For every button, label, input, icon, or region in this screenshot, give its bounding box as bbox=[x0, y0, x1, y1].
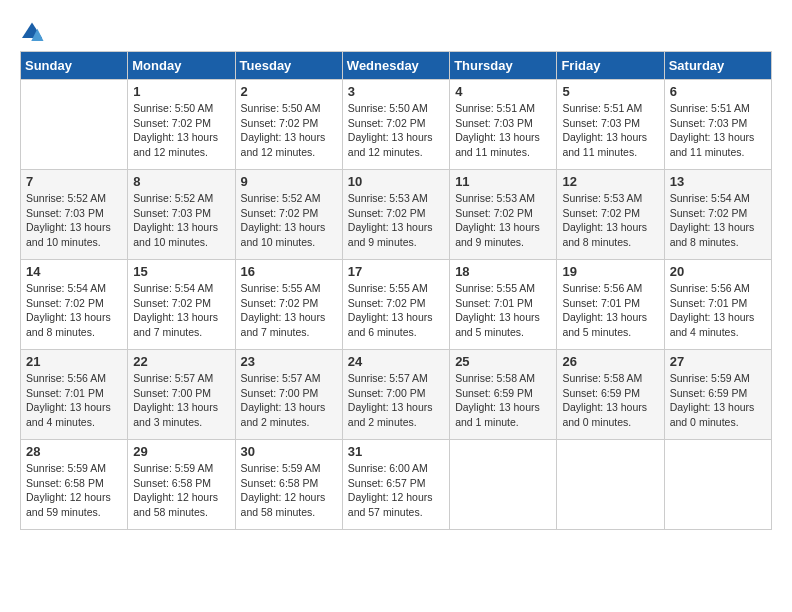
calendar-body: 1Sunrise: 5:50 AM Sunset: 7:02 PM Daylig… bbox=[21, 80, 772, 530]
day-number: 30 bbox=[241, 444, 337, 459]
day-cell bbox=[450, 440, 557, 530]
day-cell bbox=[21, 80, 128, 170]
day-cell: 26Sunrise: 5:58 AM Sunset: 6:59 PM Dayli… bbox=[557, 350, 664, 440]
day-number: 3 bbox=[348, 84, 444, 99]
day-info: Sunrise: 5:59 AM Sunset: 6:59 PM Dayligh… bbox=[670, 371, 766, 430]
day-cell: 21Sunrise: 5:56 AM Sunset: 7:01 PM Dayli… bbox=[21, 350, 128, 440]
day-number: 21 bbox=[26, 354, 122, 369]
day-info: Sunrise: 5:54 AM Sunset: 7:02 PM Dayligh… bbox=[133, 281, 229, 340]
day-cell: 20Sunrise: 5:56 AM Sunset: 7:01 PM Dayli… bbox=[664, 260, 771, 350]
day-number: 7 bbox=[26, 174, 122, 189]
day-cell: 19Sunrise: 5:56 AM Sunset: 7:01 PM Dayli… bbox=[557, 260, 664, 350]
day-info: Sunrise: 6:00 AM Sunset: 6:57 PM Dayligh… bbox=[348, 461, 444, 520]
day-cell: 17Sunrise: 5:55 AM Sunset: 7:02 PM Dayli… bbox=[342, 260, 449, 350]
day-number: 26 bbox=[562, 354, 658, 369]
day-number: 16 bbox=[241, 264, 337, 279]
day-cell: 11Sunrise: 5:53 AM Sunset: 7:02 PM Dayli… bbox=[450, 170, 557, 260]
week-row-1: 1Sunrise: 5:50 AM Sunset: 7:02 PM Daylig… bbox=[21, 80, 772, 170]
header-row: SundayMondayTuesdayWednesdayThursdayFrid… bbox=[21, 52, 772, 80]
day-cell: 12Sunrise: 5:53 AM Sunset: 7:02 PM Dayli… bbox=[557, 170, 664, 260]
day-cell: 13Sunrise: 5:54 AM Sunset: 7:02 PM Dayli… bbox=[664, 170, 771, 260]
day-number: 28 bbox=[26, 444, 122, 459]
day-cell: 31Sunrise: 6:00 AM Sunset: 6:57 PM Dayli… bbox=[342, 440, 449, 530]
day-cell: 9Sunrise: 5:52 AM Sunset: 7:02 PM Daylig… bbox=[235, 170, 342, 260]
logo bbox=[20, 20, 48, 41]
day-number: 10 bbox=[348, 174, 444, 189]
day-number: 5 bbox=[562, 84, 658, 99]
day-cell: 16Sunrise: 5:55 AM Sunset: 7:02 PM Dayli… bbox=[235, 260, 342, 350]
day-info: Sunrise: 5:55 AM Sunset: 7:02 PM Dayligh… bbox=[348, 281, 444, 340]
day-number: 6 bbox=[670, 84, 766, 99]
day-info: Sunrise: 5:54 AM Sunset: 7:02 PM Dayligh… bbox=[26, 281, 122, 340]
day-cell: 1Sunrise: 5:50 AM Sunset: 7:02 PM Daylig… bbox=[128, 80, 235, 170]
day-info: Sunrise: 5:52 AM Sunset: 7:03 PM Dayligh… bbox=[133, 191, 229, 250]
day-number: 11 bbox=[455, 174, 551, 189]
day-cell: 5Sunrise: 5:51 AM Sunset: 7:03 PM Daylig… bbox=[557, 80, 664, 170]
week-row-2: 7Sunrise: 5:52 AM Sunset: 7:03 PM Daylig… bbox=[21, 170, 772, 260]
day-number: 29 bbox=[133, 444, 229, 459]
week-row-3: 14Sunrise: 5:54 AM Sunset: 7:02 PM Dayli… bbox=[21, 260, 772, 350]
day-info: Sunrise: 5:58 AM Sunset: 6:59 PM Dayligh… bbox=[455, 371, 551, 430]
day-cell: 22Sunrise: 5:57 AM Sunset: 7:00 PM Dayli… bbox=[128, 350, 235, 440]
day-info: Sunrise: 5:53 AM Sunset: 7:02 PM Dayligh… bbox=[348, 191, 444, 250]
day-cell: 4Sunrise: 5:51 AM Sunset: 7:03 PM Daylig… bbox=[450, 80, 557, 170]
header-cell-thursday: Thursday bbox=[450, 52, 557, 80]
day-cell: 3Sunrise: 5:50 AM Sunset: 7:02 PM Daylig… bbox=[342, 80, 449, 170]
header-cell-tuesday: Tuesday bbox=[235, 52, 342, 80]
day-info: Sunrise: 5:51 AM Sunset: 7:03 PM Dayligh… bbox=[455, 101, 551, 160]
day-number: 19 bbox=[562, 264, 658, 279]
day-info: Sunrise: 5:51 AM Sunset: 7:03 PM Dayligh… bbox=[562, 101, 658, 160]
day-cell: 30Sunrise: 5:59 AM Sunset: 6:58 PM Dayli… bbox=[235, 440, 342, 530]
day-info: Sunrise: 5:50 AM Sunset: 7:02 PM Dayligh… bbox=[133, 101, 229, 160]
day-number: 9 bbox=[241, 174, 337, 189]
header-cell-friday: Friday bbox=[557, 52, 664, 80]
day-info: Sunrise: 5:55 AM Sunset: 7:01 PM Dayligh… bbox=[455, 281, 551, 340]
day-info: Sunrise: 5:56 AM Sunset: 7:01 PM Dayligh… bbox=[26, 371, 122, 430]
day-number: 24 bbox=[348, 354, 444, 369]
day-info: Sunrise: 5:50 AM Sunset: 7:02 PM Dayligh… bbox=[348, 101, 444, 160]
day-info: Sunrise: 5:56 AM Sunset: 7:01 PM Dayligh… bbox=[670, 281, 766, 340]
day-cell bbox=[664, 440, 771, 530]
day-number: 1 bbox=[133, 84, 229, 99]
day-number: 13 bbox=[670, 174, 766, 189]
day-number: 25 bbox=[455, 354, 551, 369]
day-info: Sunrise: 5:59 AM Sunset: 6:58 PM Dayligh… bbox=[133, 461, 229, 520]
day-cell: 15Sunrise: 5:54 AM Sunset: 7:02 PM Dayli… bbox=[128, 260, 235, 350]
day-cell: 7Sunrise: 5:52 AM Sunset: 7:03 PM Daylig… bbox=[21, 170, 128, 260]
day-cell: 27Sunrise: 5:59 AM Sunset: 6:59 PM Dayli… bbox=[664, 350, 771, 440]
day-cell: 8Sunrise: 5:52 AM Sunset: 7:03 PM Daylig… bbox=[128, 170, 235, 260]
day-number: 17 bbox=[348, 264, 444, 279]
page-header bbox=[20, 20, 772, 41]
day-number: 31 bbox=[348, 444, 444, 459]
day-number: 14 bbox=[26, 264, 122, 279]
day-cell: 24Sunrise: 5:57 AM Sunset: 7:00 PM Dayli… bbox=[342, 350, 449, 440]
day-number: 22 bbox=[133, 354, 229, 369]
day-info: Sunrise: 5:55 AM Sunset: 7:02 PM Dayligh… bbox=[241, 281, 337, 340]
day-info: Sunrise: 5:52 AM Sunset: 7:03 PM Dayligh… bbox=[26, 191, 122, 250]
logo-icon bbox=[20, 21, 44, 41]
day-info: Sunrise: 5:50 AM Sunset: 7:02 PM Dayligh… bbox=[241, 101, 337, 160]
day-number: 20 bbox=[670, 264, 766, 279]
calendar-table: SundayMondayTuesdayWednesdayThursdayFrid… bbox=[20, 51, 772, 530]
day-cell: 28Sunrise: 5:59 AM Sunset: 6:58 PM Dayli… bbox=[21, 440, 128, 530]
header-cell-sunday: Sunday bbox=[21, 52, 128, 80]
day-info: Sunrise: 5:53 AM Sunset: 7:02 PM Dayligh… bbox=[562, 191, 658, 250]
day-cell: 23Sunrise: 5:57 AM Sunset: 7:00 PM Dayli… bbox=[235, 350, 342, 440]
header-cell-saturday: Saturday bbox=[664, 52, 771, 80]
day-number: 27 bbox=[670, 354, 766, 369]
week-row-4: 21Sunrise: 5:56 AM Sunset: 7:01 PM Dayli… bbox=[21, 350, 772, 440]
day-info: Sunrise: 5:51 AM Sunset: 7:03 PM Dayligh… bbox=[670, 101, 766, 160]
day-cell: 25Sunrise: 5:58 AM Sunset: 6:59 PM Dayli… bbox=[450, 350, 557, 440]
day-cell: 2Sunrise: 5:50 AM Sunset: 7:02 PM Daylig… bbox=[235, 80, 342, 170]
calendar-header: SundayMondayTuesdayWednesdayThursdayFrid… bbox=[21, 52, 772, 80]
day-info: Sunrise: 5:58 AM Sunset: 6:59 PM Dayligh… bbox=[562, 371, 658, 430]
day-cell: 18Sunrise: 5:55 AM Sunset: 7:01 PM Dayli… bbox=[450, 260, 557, 350]
day-info: Sunrise: 5:56 AM Sunset: 7:01 PM Dayligh… bbox=[562, 281, 658, 340]
day-number: 18 bbox=[455, 264, 551, 279]
day-number: 2 bbox=[241, 84, 337, 99]
day-info: Sunrise: 5:57 AM Sunset: 7:00 PM Dayligh… bbox=[133, 371, 229, 430]
day-info: Sunrise: 5:57 AM Sunset: 7:00 PM Dayligh… bbox=[348, 371, 444, 430]
day-info: Sunrise: 5:52 AM Sunset: 7:02 PM Dayligh… bbox=[241, 191, 337, 250]
day-info: Sunrise: 5:59 AM Sunset: 6:58 PM Dayligh… bbox=[241, 461, 337, 520]
day-cell: 14Sunrise: 5:54 AM Sunset: 7:02 PM Dayli… bbox=[21, 260, 128, 350]
